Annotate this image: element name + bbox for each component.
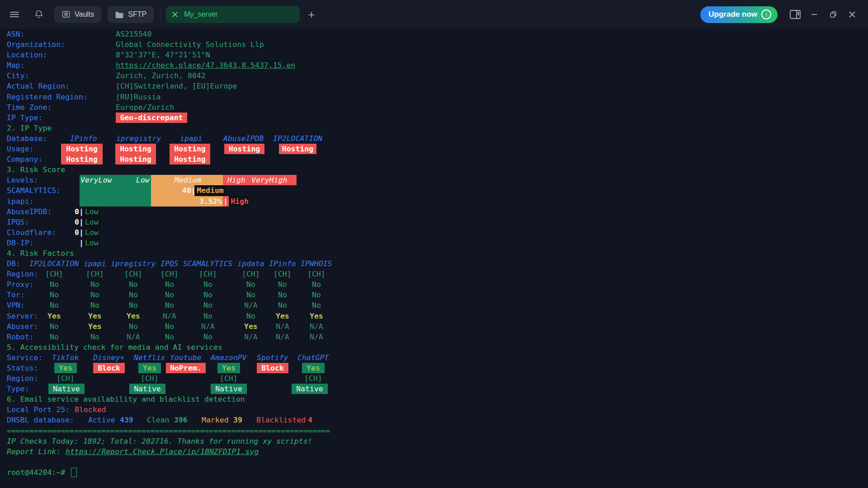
terminal-line: 3. Risk Score [0, 164, 868, 175]
chip-green: Yes [217, 363, 240, 373]
no: No [90, 279, 99, 290]
toggle-panel-icon[interactable] [788, 7, 803, 22]
value: [CH] [199, 269, 217, 279]
label: AbuseIPDB: [7, 206, 52, 217]
minimize-button[interactable] [807, 7, 822, 22]
terminal-line: IP Checks Today: 1892; Total: 202716. Th… [0, 436, 868, 446]
close-window-button[interactable] [844, 7, 860, 22]
yes: Yes [244, 321, 258, 332]
tab-my-server[interactable]: My_server [166, 6, 300, 23]
close-tab-icon[interactable] [171, 11, 179, 18]
dbname: IPinfo [269, 258, 296, 269]
section-header: 4. Risk Factors [7, 248, 74, 258]
chip-green-white: Native [211, 384, 247, 394]
section-header: 2. IP Type [7, 123, 52, 133]
no: No [129, 300, 138, 310]
terminal-line: Report Link: https://Report.Check.Place/… [0, 446, 868, 457]
chip-green: Yes [302, 363, 325, 373]
ip-type-badge: Geo-discrepant [116, 113, 187, 123]
section-header: 3. Risk Score [7, 164, 65, 175]
italic-green: Report Link: [7, 446, 65, 457]
label: Levels: [7, 175, 38, 185]
label: SCAMALYTICS: [7, 185, 61, 196]
chip-red: Block [257, 363, 288, 373]
terminal-line: Cloudflare:0|Low [0, 227, 868, 238]
terminal-line: Company:HostingHostingHosting [0, 154, 868, 164]
no: No [129, 290, 138, 300]
vault-icon [61, 10, 71, 19]
no: No [203, 332, 212, 342]
new-tab-button[interactable]: + [308, 9, 315, 20]
dbname: ipapi [84, 258, 106, 269]
terminal-line: VPN:NoNoNoNoNoN/ANoNo [0, 300, 868, 310]
terminal-line: 4. Risk Factors [0, 248, 868, 258]
label: Database: [7, 133, 47, 144]
no: No [90, 300, 99, 310]
separator: ========================================… [7, 426, 330, 436]
value: [CH] [220, 373, 238, 384]
dbname: IPinfo [70, 133, 97, 144]
label: ipapi: [7, 196, 34, 206]
value: [CH] [57, 373, 75, 384]
terminal-line: Abuser:NoYesNoNoN/AYesN/AN/A [0, 321, 868, 332]
map-link[interactable]: https://check.place/47.3643,8.5437,15,en [116, 60, 295, 70]
report-link[interactable]: https://Report.Check.Place/ip/1BNZFDIP1.… [66, 446, 259, 457]
terminal-line: Server:YesYesYesN/ANoNoYesYes [0, 311, 868, 321]
dbname: TikTok [52, 352, 79, 363]
no: No [165, 300, 174, 310]
chip-red: Block [93, 363, 125, 373]
label: Status: [7, 363, 38, 373]
terminal-line [0, 457, 868, 467]
chip-green: Yes [54, 363, 77, 373]
terminal-line: Region:[CH][CH][CH][CH][CH][CH][CH][CH] [0, 269, 868, 279]
restore-button[interactable] [826, 7, 841, 22]
terminal-line: Region:[CH][CH][CH][CH] [0, 373, 868, 384]
label: Company: [7, 154, 42, 164]
pipe: | [79, 238, 84, 248]
bartext: High [227, 175, 245, 185]
no: No [246, 290, 255, 300]
chip-red: Hosting [170, 154, 210, 164]
vaults-button[interactable]: Vaults [54, 6, 101, 23]
notifications-bell-icon[interactable] [30, 5, 48, 23]
label: Robot: [7, 332, 34, 342]
terminal-line: ipapi:3.52%|High [0, 196, 868, 206]
upgrade-now-button[interactable]: Upgrade now ↑ [700, 6, 778, 23]
terminal-output[interactable]: ASN:AS215540Organization:Global Connecti… [0, 29, 868, 488]
title-bar: Vaults SFTP My_server + Upgrade now ↑ [0, 0, 868, 29]
no: No [278, 279, 287, 290]
value: [CH]Switzerland, [EU]Europe [116, 81, 237, 91]
green-bold: 396 [174, 415, 188, 425]
upgrade-arrow-icon: ↑ [761, 9, 771, 19]
chip-green-white: Native [48, 384, 85, 394]
numw: 3.52% [199, 196, 222, 206]
terminal-line: Usage:HostingHostingHostingHostingHostin… [0, 144, 868, 154]
label: Location: [7, 50, 47, 60]
no: No [50, 332, 59, 342]
no: No [90, 290, 99, 300]
menu-icon[interactable] [5, 5, 24, 23]
dbname: ipdata [237, 258, 264, 269]
label: Organization: [7, 39, 65, 50]
terminal-line: City:Zurich, Zurich, 8042 [0, 70, 868, 81]
chip-red: Hosting [279, 144, 316, 154]
terminal-line: Organization:Global Connectivity Solutio… [0, 39, 868, 50]
terminal-line: 5. Accessibility check for media and AI … [0, 342, 868, 352]
numw: 0 [75, 206, 79, 217]
chip-dark-green: Low [84, 238, 100, 248]
terminal-line: Status:YesBlockYesNoPrem.YesBlockYes [0, 363, 868, 373]
no: No [278, 300, 287, 310]
terminal-line: Registered Region:[RU]Russia [0, 92, 868, 102]
chip-dark-green: Low [84, 217, 100, 227]
value: [CH] [274, 269, 292, 279]
no: No [312, 300, 321, 310]
shell-prompt: root@44204:~# [7, 467, 65, 478]
label: Server: [7, 311, 38, 321]
sftp-button[interactable]: SFTP [108, 6, 154, 23]
label: Usage: [7, 144, 34, 154]
chip-red: Hosting [115, 144, 156, 154]
terminal-line: Type:NativeNativeNativeNative [0, 384, 868, 394]
na: N/A [201, 321, 215, 332]
terminal-line: IPQS:0|Low [0, 217, 868, 227]
terminal-line: Time Zone:Europe/Zurich [0, 102, 868, 113]
